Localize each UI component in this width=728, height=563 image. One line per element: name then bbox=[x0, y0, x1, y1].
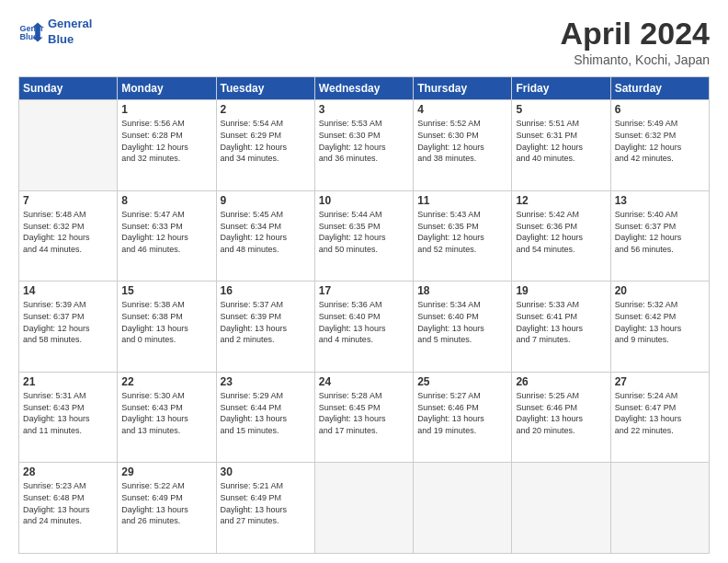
day-number: 1 bbox=[121, 103, 211, 116]
day-number: 15 bbox=[121, 284, 211, 297]
calendar-cell: 18Sunrise: 5:34 AM Sunset: 6:40 PM Dayli… bbox=[414, 282, 512, 373]
calendar-week-row: 14Sunrise: 5:39 AM Sunset: 6:37 PM Dayli… bbox=[19, 282, 710, 373]
calendar-cell: 10Sunrise: 5:44 AM Sunset: 6:35 PM Dayli… bbox=[314, 190, 413, 282]
calendar: SundayMondayTuesdayWednesdayThursdayFrid… bbox=[18, 76, 710, 554]
calendar-week-row: 28Sunrise: 5:23 AM Sunset: 6:48 PM Dayli… bbox=[19, 463, 710, 554]
day-info: Sunrise: 5:24 AM Sunset: 6:47 PM Dayligh… bbox=[615, 390, 705, 436]
day-info: Sunrise: 5:34 AM Sunset: 6:40 PM Dayligh… bbox=[417, 299, 507, 345]
day-info: Sunrise: 5:27 AM Sunset: 6:46 PM Dayligh… bbox=[417, 390, 507, 436]
calendar-cell: 27Sunrise: 5:24 AM Sunset: 6:47 PM Dayli… bbox=[610, 372, 709, 463]
logo-icon: General Blue bbox=[18, 19, 44, 45]
day-number: 25 bbox=[417, 375, 507, 388]
calendar-cell: 24Sunrise: 5:28 AM Sunset: 6:45 PM Dayli… bbox=[314, 372, 413, 463]
calendar-cell: 21Sunrise: 5:31 AM Sunset: 6:43 PM Dayli… bbox=[19, 372, 118, 463]
day-number: 5 bbox=[516, 103, 606, 116]
calendar-cell: 11Sunrise: 5:43 AM Sunset: 6:35 PM Dayli… bbox=[414, 190, 512, 282]
logo-line2: Blue bbox=[48, 32, 92, 48]
day-number: 7 bbox=[23, 194, 113, 207]
day-number: 23 bbox=[221, 375, 311, 388]
day-info: Sunrise: 5:25 AM Sunset: 6:46 PM Dayligh… bbox=[516, 390, 606, 436]
calendar-cell: 8Sunrise: 5:47 AM Sunset: 6:33 PM Daylig… bbox=[118, 190, 216, 282]
day-number: 9 bbox=[221, 194, 311, 207]
calendar-cell: 5Sunrise: 5:51 AM Sunset: 6:31 PM Daylig… bbox=[512, 100, 610, 191]
day-number: 26 bbox=[516, 375, 606, 388]
day-info: Sunrise: 5:44 AM Sunset: 6:35 PM Dayligh… bbox=[319, 209, 409, 255]
day-number: 30 bbox=[221, 465, 311, 478]
calendar-header-row: SundayMondayTuesdayWednesdayThursdayFrid… bbox=[19, 77, 710, 100]
day-info: Sunrise: 5:43 AM Sunset: 6:35 PM Dayligh… bbox=[417, 209, 507, 255]
calendar-header-friday: Friday bbox=[512, 77, 610, 100]
calendar-cell: 7Sunrise: 5:48 AM Sunset: 6:32 PM Daylig… bbox=[19, 190, 118, 282]
day-number: 24 bbox=[319, 375, 409, 388]
calendar-cell bbox=[19, 100, 118, 191]
day-info: Sunrise: 5:39 AM Sunset: 6:37 PM Dayligh… bbox=[23, 299, 113, 345]
day-number: 2 bbox=[221, 103, 311, 116]
calendar-cell: 15Sunrise: 5:38 AM Sunset: 6:38 PM Dayli… bbox=[118, 282, 216, 373]
day-number: 17 bbox=[319, 284, 409, 297]
day-info: Sunrise: 5:23 AM Sunset: 6:48 PM Dayligh… bbox=[23, 480, 113, 526]
calendar-header-monday: Monday bbox=[118, 77, 216, 100]
calendar-week-row: 1Sunrise: 5:56 AM Sunset: 6:28 PM Daylig… bbox=[19, 100, 710, 191]
subtitle: Shimanto, Kochi, Japan bbox=[560, 52, 710, 67]
calendar-cell: 30Sunrise: 5:21 AM Sunset: 6:49 PM Dayli… bbox=[216, 463, 314, 554]
logo-line1: General bbox=[48, 17, 92, 32]
calendar-cell: 4Sunrise: 5:52 AM Sunset: 6:30 PM Daylig… bbox=[414, 100, 512, 191]
day-number: 8 bbox=[121, 194, 211, 207]
calendar-cell: 26Sunrise: 5:25 AM Sunset: 6:46 PM Dayli… bbox=[512, 372, 610, 463]
calendar-week-row: 7Sunrise: 5:48 AM Sunset: 6:32 PM Daylig… bbox=[19, 190, 710, 282]
day-number: 13 bbox=[615, 194, 705, 207]
day-info: Sunrise: 5:47 AM Sunset: 6:33 PM Dayligh… bbox=[121, 209, 211, 255]
day-info: Sunrise: 5:49 AM Sunset: 6:32 PM Dayligh… bbox=[615, 118, 705, 164]
day-info: Sunrise: 5:52 AM Sunset: 6:30 PM Dayligh… bbox=[417, 118, 507, 164]
calendar-cell: 19Sunrise: 5:33 AM Sunset: 6:41 PM Dayli… bbox=[512, 282, 610, 373]
day-info: Sunrise: 5:21 AM Sunset: 6:49 PM Dayligh… bbox=[221, 480, 311, 526]
day-info: Sunrise: 5:32 AM Sunset: 6:42 PM Dayligh… bbox=[615, 299, 705, 345]
day-number: 21 bbox=[23, 375, 113, 388]
day-number: 22 bbox=[121, 375, 211, 388]
calendar-cell bbox=[610, 463, 709, 554]
calendar-cell: 16Sunrise: 5:37 AM Sunset: 6:39 PM Dayli… bbox=[216, 282, 314, 373]
day-number: 18 bbox=[417, 284, 507, 297]
calendar-header-sunday: Sunday bbox=[19, 77, 118, 100]
page: General Blue General Blue April 2024 Shi… bbox=[0, 0, 728, 563]
calendar-cell bbox=[314, 463, 413, 554]
calendar-cell bbox=[414, 463, 512, 554]
calendar-cell: 28Sunrise: 5:23 AM Sunset: 6:48 PM Dayli… bbox=[19, 463, 118, 554]
day-info: Sunrise: 5:29 AM Sunset: 6:44 PM Dayligh… bbox=[221, 390, 311, 436]
day-number: 12 bbox=[516, 194, 606, 207]
day-info: Sunrise: 5:28 AM Sunset: 6:45 PM Dayligh… bbox=[319, 390, 409, 436]
day-info: Sunrise: 5:36 AM Sunset: 6:40 PM Dayligh… bbox=[319, 299, 409, 345]
day-info: Sunrise: 5:56 AM Sunset: 6:28 PM Dayligh… bbox=[121, 118, 211, 164]
calendar-header-tuesday: Tuesday bbox=[216, 77, 314, 100]
calendar-cell: 1Sunrise: 5:56 AM Sunset: 6:28 PM Daylig… bbox=[118, 100, 216, 191]
day-info: Sunrise: 5:33 AM Sunset: 6:41 PM Dayligh… bbox=[516, 299, 606, 345]
calendar-cell: 20Sunrise: 5:32 AM Sunset: 6:42 PM Dayli… bbox=[610, 282, 709, 373]
day-number: 11 bbox=[417, 194, 507, 207]
day-info: Sunrise: 5:40 AM Sunset: 6:37 PM Dayligh… bbox=[615, 209, 705, 255]
calendar-header-thursday: Thursday bbox=[414, 77, 512, 100]
day-info: Sunrise: 5:37 AM Sunset: 6:39 PM Dayligh… bbox=[221, 299, 311, 345]
calendar-cell: 12Sunrise: 5:42 AM Sunset: 6:36 PM Dayli… bbox=[512, 190, 610, 282]
day-number: 19 bbox=[516, 284, 606, 297]
calendar-header-wednesday: Wednesday bbox=[314, 77, 413, 100]
day-number: 3 bbox=[319, 103, 409, 116]
calendar-cell: 6Sunrise: 5:49 AM Sunset: 6:32 PM Daylig… bbox=[610, 100, 709, 191]
calendar-cell: 9Sunrise: 5:45 AM Sunset: 6:34 PM Daylig… bbox=[216, 190, 314, 282]
day-number: 4 bbox=[417, 103, 507, 116]
svg-text:Blue: Blue bbox=[19, 32, 38, 41]
day-info: Sunrise: 5:31 AM Sunset: 6:43 PM Dayligh… bbox=[23, 390, 113, 436]
day-info: Sunrise: 5:38 AM Sunset: 6:38 PM Dayligh… bbox=[121, 299, 211, 345]
day-number: 16 bbox=[221, 284, 311, 297]
day-number: 29 bbox=[121, 465, 211, 478]
calendar-cell: 3Sunrise: 5:53 AM Sunset: 6:30 PM Daylig… bbox=[314, 100, 413, 191]
day-number: 20 bbox=[615, 284, 705, 297]
calendar-week-row: 21Sunrise: 5:31 AM Sunset: 6:43 PM Dayli… bbox=[19, 372, 710, 463]
day-number: 10 bbox=[319, 194, 409, 207]
day-number: 27 bbox=[615, 375, 705, 388]
day-info: Sunrise: 5:51 AM Sunset: 6:31 PM Dayligh… bbox=[516, 118, 606, 164]
month-title: April 2024 bbox=[560, 17, 710, 51]
calendar-cell: 2Sunrise: 5:54 AM Sunset: 6:29 PM Daylig… bbox=[216, 100, 314, 191]
day-info: Sunrise: 5:45 AM Sunset: 6:34 PM Dayligh… bbox=[221, 209, 311, 255]
day-info: Sunrise: 5:48 AM Sunset: 6:32 PM Dayligh… bbox=[23, 209, 113, 255]
day-info: Sunrise: 5:30 AM Sunset: 6:43 PM Dayligh… bbox=[121, 390, 211, 436]
